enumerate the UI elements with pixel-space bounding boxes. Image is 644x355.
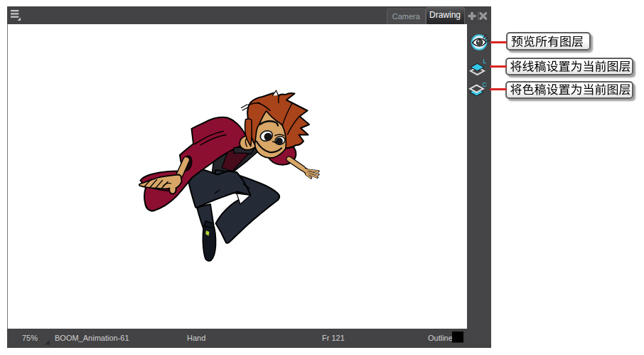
svg-text:L: L (483, 58, 486, 65)
svg-text:C: C (483, 81, 487, 88)
